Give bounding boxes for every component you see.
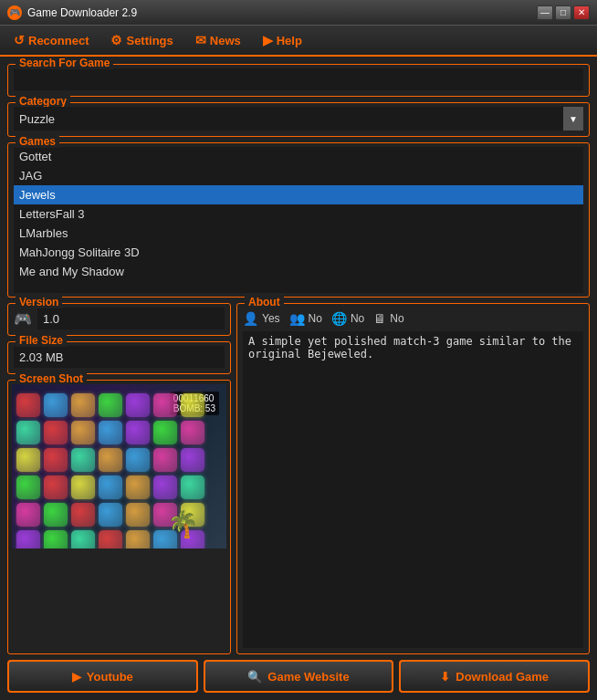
filesize-fieldset: File Size <box>7 341 231 374</box>
globe-icon: 🌐 <box>331 311 347 326</box>
games-fieldset: Games GottetJAGJewelsLettersFall 3LMarbl… <box>7 142 590 298</box>
download-icon: ⬇ <box>440 670 450 684</box>
game-website-button[interactable]: 🔍 Game Website <box>204 660 394 693</box>
category-select-wrapper: Puzzle Action Adventure Arcade Sports St… <box>14 107 583 131</box>
window-controls: — □ ✕ <box>537 5 590 20</box>
about-icons-row: 👤 Yes 👥 No 🌐 No 🖥 No <box>243 308 583 331</box>
gem <box>71 530 95 549</box>
gem <box>16 503 40 527</box>
search-input[interactable] <box>14 68 583 90</box>
gem <box>126 503 150 527</box>
version-input[interactable] <box>37 308 225 329</box>
gem <box>99 475 122 499</box>
games-legend: Games <box>16 135 59 148</box>
download-game-button[interactable]: ⬇ Download Game <box>399 660 590 693</box>
app-title: Game Downloader 2.9 <box>27 6 537 19</box>
settings-icon: ⚙ <box>110 33 122 47</box>
right-panel: About 👤 Yes 👥 No 🌐 No 🖥 <box>236 303 590 654</box>
about-icon-monitor: 🖥 No <box>373 311 403 326</box>
gem <box>71 421 95 444</box>
gem <box>181 448 204 472</box>
gem <box>126 530 150 549</box>
gem <box>44 530 68 549</box>
menu-settings-label: Settings <box>126 34 173 47</box>
version-fieldset: Version 🎮 <box>7 303 231 336</box>
category-select[interactable]: Puzzle Action Adventure Arcade Sports St… <box>14 107 583 131</box>
game-item[interactable]: LMarbles <box>14 224 583 243</box>
gem <box>16 448 40 472</box>
gem <box>126 421 150 444</box>
game-item[interactable]: Me and My Shadow <box>14 262 583 281</box>
gem <box>181 475 204 499</box>
gem <box>16 393 40 417</box>
game-item[interactable]: Jewels <box>14 185 583 204</box>
gem <box>44 393 68 417</box>
gem <box>153 393 177 417</box>
game-item[interactable]: MahJongg Solitaire 3D <box>14 243 583 262</box>
version-row: 🎮 <box>14 308 225 329</box>
gem <box>44 503 68 527</box>
download-game-label: Download Game <box>456 670 549 684</box>
gem <box>99 448 122 472</box>
about-icon-globe: 🌐 No <box>331 311 364 326</box>
about-text-area[interactable] <box>243 331 583 648</box>
about-users-label: No <box>309 312 322 325</box>
about-icon-users: 👥 No <box>289 311 322 326</box>
gem <box>71 393 95 417</box>
palm-tree-icon: 🌴 <box>167 509 199 539</box>
search-legend: Search For Game <box>16 57 113 69</box>
gem <box>44 421 68 444</box>
games-list[interactable]: GottetJAGJewelsLettersFall 3LMarblesMahJ… <box>14 147 583 293</box>
menu-settings[interactable]: ⚙ Settings <box>100 28 183 52</box>
news-icon: ✉ <box>195 33 206 47</box>
reconnect-icon: ↺ <box>14 33 25 47</box>
gem <box>16 475 40 499</box>
gem <box>181 421 204 444</box>
users-icon: 👥 <box>289 311 305 326</box>
screenshot-fieldset: Screen Shot 00011660 BOMB: 53 🌴 <box>7 380 231 654</box>
about-globe-label: No <box>351 312 364 325</box>
about-fieldset: About 👤 Yes 👥 No 🌐 No 🖥 <box>236 303 590 654</box>
youtube-icon: ▶ <box>72 670 81 684</box>
gem <box>153 448 177 472</box>
bottom-section: Version 🎮 File Size Screen Shot 00011660… <box>7 303 590 654</box>
game-item[interactable]: Gottet <box>14 147 583 166</box>
menu-reconnect-label: Reconnect <box>28 34 89 47</box>
about-icon-user: 👤 Yes <box>243 311 280 326</box>
version-legend: Version <box>16 296 62 308</box>
menu-news-label: News <box>210 34 241 47</box>
version-icon: 🎮 <box>14 310 32 328</box>
main-content: Search For Game Category Puzzle Action A… <box>0 57 597 700</box>
menu-help-label: Help <box>277 34 302 47</box>
maximize-button[interactable]: □ <box>555 5 571 20</box>
help-icon: ▶ <box>263 33 273 47</box>
search-icon: 🔍 <box>247 670 262 684</box>
left-panel: Version 🎮 File Size Screen Shot 00011660… <box>7 303 231 654</box>
minimize-button[interactable]: — <box>537 5 553 20</box>
search-fieldset: Search For Game <box>7 64 590 97</box>
menu-help[interactable]: ▶ Help <box>253 28 312 52</box>
menu-reconnect[interactable]: ↺ Reconnect <box>4 28 99 52</box>
user-icon: 👤 <box>243 311 258 326</box>
game-item[interactable]: LettersFall 3 <box>14 204 583 224</box>
game-website-label: Game Website <box>267 670 349 684</box>
close-button[interactable]: ✕ <box>573 5 590 20</box>
gem <box>99 421 122 444</box>
about-user-label: Yes <box>262 312 280 325</box>
about-legend: About <box>245 296 284 308</box>
monitor-icon: 🖥 <box>373 311 386 326</box>
gem <box>71 448 95 472</box>
gem <box>44 448 68 472</box>
game-item[interactable]: JAG <box>14 166 583 185</box>
category-fieldset: Category Puzzle Action Adventure Arcade … <box>7 102 590 137</box>
youtube-button[interactable]: ▶ Youtube <box>7 660 198 693</box>
filesize-input[interactable] <box>14 346 225 368</box>
title-bar: 🎮 Game Downloader 2.9 — □ ✕ <box>0 0 597 26</box>
app-icon: 🎮 <box>7 5 22 20</box>
menu-bar: ↺ Reconnect ⚙ Settings ✉ News ▶ Help <box>0 26 597 57</box>
gem <box>99 393 122 417</box>
gem <box>44 475 68 499</box>
gem <box>153 421 177 444</box>
menu-news[interactable]: ✉ News <box>185 28 251 52</box>
gem <box>99 530 122 549</box>
